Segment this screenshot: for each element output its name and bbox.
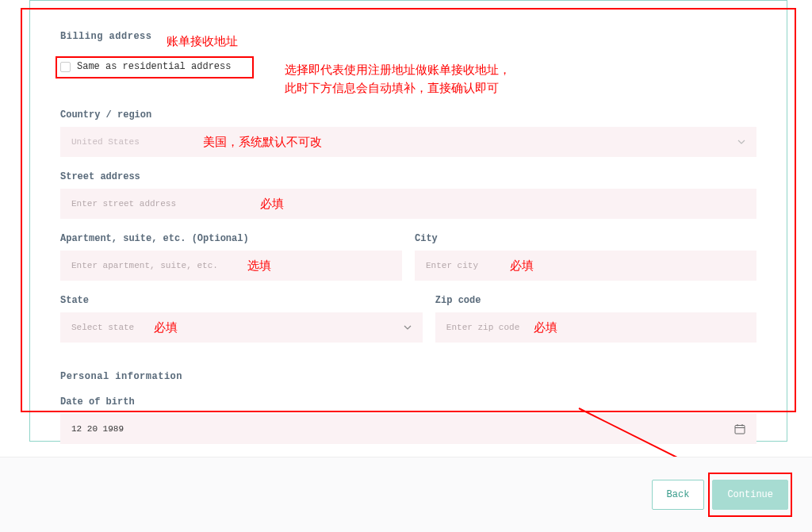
zip-placeholder: Enter zip code	[446, 323, 519, 332]
continue-button[interactable]: Continue	[712, 480, 788, 510]
chevron-down-icon	[737, 140, 745, 144]
dob-label: Date of birth	[60, 396, 756, 408]
apartment-placeholder: Enter apartment, suite, etc.	[71, 261, 218, 270]
country-annotation: 美国，系统默认不可改	[203, 135, 322, 150]
billing-section-title: Billing address	[60, 31, 152, 42]
zip-label: Zip code	[435, 295, 756, 306]
street-input[interactable]: Enter street address 必填	[60, 189, 756, 219]
city-input[interactable]: Enter city 必填	[415, 251, 756, 281]
chevron-down-icon	[404, 325, 412, 330]
city-annotation: 必填	[510, 258, 534, 274]
apartment-input[interactable]: Enter apartment, suite, etc. 选填	[60, 251, 402, 281]
dob-input[interactable]: 12 20 1989	[60, 414, 756, 444]
state-placeholder: Select state	[71, 323, 134, 332]
form-container: Billing address 账单接收地址 Same as residenti…	[29, 0, 787, 442]
calendar-icon	[734, 423, 745, 434]
apartment-annotation: 选填	[247, 258, 271, 274]
personal-section-title: Personal information	[60, 371, 756, 382]
city-label: City	[415, 233, 756, 244]
country-select: United States 美国，系统默认不可改	[60, 127, 756, 157]
back-button[interactable]: Back	[652, 480, 705, 510]
country-value: United States	[71, 137, 140, 147]
zip-annotation: 必填	[534, 320, 557, 335]
svg-rect-0	[735, 426, 745, 434]
dob-value: 12 20 1989	[71, 424, 124, 434]
zip-input[interactable]: Enter zip code 必填	[435, 312, 756, 343]
back-button-label: Back	[667, 489, 690, 500]
same-address-annotation-1: 选择即代表使用注册地址做账单接收地址，	[285, 61, 511, 79]
state-annotation: 必填	[154, 320, 178, 335]
city-placeholder: Enter city	[426, 261, 478, 270]
same-address-checkbox[interactable]	[60, 62, 71, 72]
street-annotation: 必填	[260, 197, 284, 212]
country-label: Country / region	[60, 109, 756, 121]
state-label: State	[60, 295, 423, 306]
bottom-bar: Back Continue	[0, 457, 812, 532]
same-address-label: Same as residential address	[77, 61, 231, 72]
state-select[interactable]: Select state 必填	[60, 312, 423, 343]
street-label: Street address	[60, 171, 756, 182]
continue-button-label: Continue	[727, 489, 773, 500]
apartment-label: Apartment, suite, etc. (Optional)	[60, 233, 402, 244]
same-address-annotation-2: 此时下方信息会自动填补，直接确认即可	[285, 79, 511, 98]
billing-title-annotation: 账单接收地址	[167, 34, 238, 49]
street-placeholder: Enter street address	[71, 199, 176, 209]
